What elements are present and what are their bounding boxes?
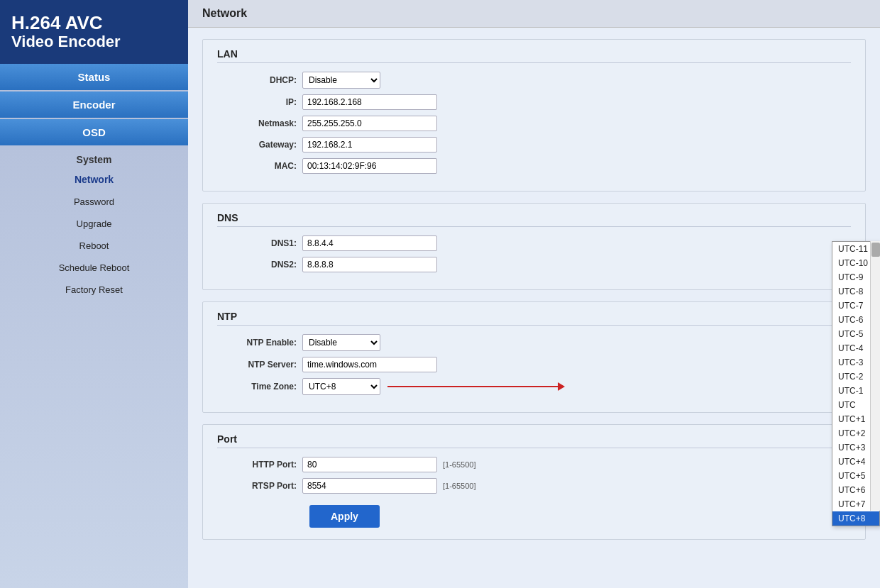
ntp-enable-label: NTP Enable: bbox=[217, 338, 302, 348]
netmask-label: Netmask: bbox=[217, 118, 302, 128]
rtsp-port-row: RTSP Port: [1-65500] bbox=[217, 478, 851, 494]
sidebar: H.264 AVC Video Encoder Status Encoder O… bbox=[0, 0, 188, 588]
arrow-head bbox=[558, 382, 565, 391]
dns1-label: DNS1: bbox=[217, 238, 302, 248]
dns-title: DNS bbox=[217, 212, 851, 227]
dns1-row: DNS1: bbox=[217, 235, 851, 251]
dhcp-row: DHCP: Disable Enable bbox=[217, 72, 851, 89]
nav-status-button[interactable]: Status bbox=[0, 64, 188, 90]
apply-row: Apply bbox=[217, 499, 851, 528]
ip-input[interactable] bbox=[302, 94, 437, 110]
timezone-scrollbar[interactable] bbox=[870, 241, 880, 511]
ntp-title: NTP bbox=[217, 311, 851, 326]
mac-row: MAC: bbox=[217, 158, 851, 174]
ip-label: IP: bbox=[217, 97, 302, 107]
netmask-input[interactable] bbox=[302, 116, 437, 131]
sidebar-item-factory-reset[interactable]: Factory Reset bbox=[0, 279, 188, 301]
ntp-server-row: NTP Server: bbox=[217, 357, 851, 372]
rtsp-port-input[interactable] bbox=[302, 478, 437, 494]
lan-title: LAN bbox=[217, 48, 851, 63]
dns2-row: DNS2: bbox=[217, 257, 851, 272]
logo-area: H.264 AVC Video Encoder bbox=[0, 0, 188, 64]
nav-encoder-button[interactable]: Encoder bbox=[0, 91, 188, 118]
timezone-label: Time Zone: bbox=[217, 382, 302, 392]
ip-row: IP: bbox=[217, 94, 851, 110]
sidebar-item-network[interactable]: Network bbox=[0, 168, 188, 191]
rtsp-port-note: [1-65500] bbox=[443, 482, 475, 490]
ntp-server-input[interactable] bbox=[302, 357, 437, 372]
http-port-note: [1-65500] bbox=[443, 460, 475, 469]
dns1-input[interactable] bbox=[302, 235, 437, 251]
content-area: LAN DHCP: Disable Enable IP: Netmask: Ga… bbox=[188, 28, 880, 588]
rtsp-port-label: RTSP Port: bbox=[217, 481, 302, 491]
main-content: Network LAN DHCP: Disable Enable IP: Net… bbox=[188, 0, 880, 588]
dns2-label: DNS2: bbox=[217, 260, 302, 270]
sidebar-item-password[interactable]: Password bbox=[0, 191, 188, 213]
timezone-scroll-thumb[interactable] bbox=[871, 243, 880, 257]
timezone-row: Time Zone: UTC-11UTC-10UTC-9 UTC-8UTC-7U… bbox=[217, 378, 851, 395]
arrow-line bbox=[387, 386, 558, 387]
apply-button[interactable]: Apply bbox=[309, 505, 380, 528]
http-port-input[interactable] bbox=[302, 457, 437, 472]
dns-section: DNS DNS1: DNS2: bbox=[202, 203, 866, 290]
gateway-input[interactable] bbox=[302, 137, 437, 152]
mac-label: MAC: bbox=[217, 161, 302, 171]
gateway-label: Gateway: bbox=[217, 140, 302, 150]
dns2-input[interactable] bbox=[302, 257, 437, 272]
ntp-enable-select[interactable]: Disable Enable bbox=[302, 334, 380, 351]
http-port-row: HTTP Port: [1-65500] bbox=[217, 457, 851, 472]
netmask-row: Netmask: bbox=[217, 116, 851, 131]
http-port-label: HTTP Port: bbox=[217, 460, 302, 470]
timezone-select[interactable]: UTC-11UTC-10UTC-9 UTC-8UTC-7UTC-6 UTC-5U… bbox=[302, 378, 380, 395]
sidebar-item-schedule-reboot[interactable]: Schedule Reboot bbox=[0, 257, 188, 279]
page-title: Network bbox=[188, 0, 880, 28]
mac-input[interactable] bbox=[302, 158, 437, 174]
dhcp-select[interactable]: Disable Enable bbox=[302, 72, 380, 89]
sidebar-item-upgrade[interactable]: Upgrade bbox=[0, 213, 188, 235]
logo-line2: Video Encoder bbox=[11, 33, 177, 51]
tz-item-utc+8[interactable]: UTC+8 bbox=[832, 511, 879, 526]
timezone-arrow bbox=[387, 382, 565, 391]
ntp-section: NTP NTP Enable: Disable Enable NTP Serve… bbox=[202, 301, 866, 413]
logo-line1: H.264 AVC bbox=[11, 13, 177, 33]
gateway-row: Gateway: bbox=[217, 137, 851, 152]
ntp-server-label: NTP Server: bbox=[217, 360, 302, 370]
system-label: System bbox=[0, 147, 188, 168]
lan-section: LAN DHCP: Disable Enable IP: Netmask: Ga… bbox=[202, 39, 866, 192]
ntp-enable-row: NTP Enable: Disable Enable bbox=[217, 334, 851, 351]
port-title: Port bbox=[217, 433, 851, 448]
sidebar-item-reboot[interactable]: Reboot bbox=[0, 235, 188, 257]
port-section: Port HTTP Port: [1-65500] RTSP Port: [1-… bbox=[202, 424, 866, 540]
dhcp-label: DHCP: bbox=[217, 75, 302, 85]
nav-osd-button[interactable]: OSD bbox=[0, 119, 188, 145]
